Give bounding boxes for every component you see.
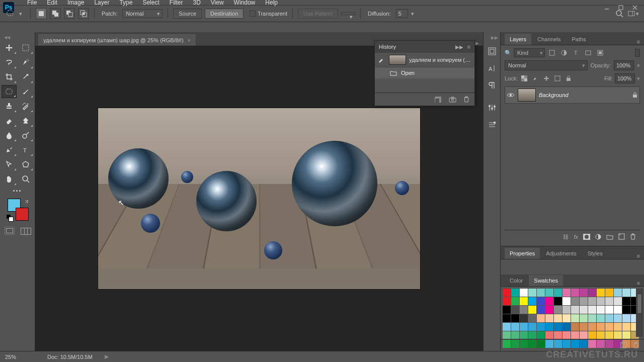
swatch[interactable]	[622, 289, 630, 297]
tab-paths[interactable]: Paths	[567, 34, 591, 45]
swatch[interactable]	[528, 314, 536, 322]
swatch[interactable]	[597, 314, 605, 322]
swatch[interactable]	[562, 331, 571, 339]
snapshot-icon[interactable]	[449, 97, 456, 103]
swatch[interactable]	[605, 323, 613, 331]
filter-smart-icon[interactable]	[595, 48, 605, 57]
swatch[interactable]	[520, 331, 528, 339]
swatch[interactable]	[554, 306, 562, 314]
swatch[interactable]	[503, 289, 511, 297]
swatch[interactable]	[580, 306, 588, 314]
tool-preset-dropdown[interactable]: ▾	[19, 11, 25, 17]
tab-swatches[interactable]: Swatches	[529, 275, 563, 286]
lock-all-icon[interactable]	[564, 74, 573, 82]
swatch[interactable]	[614, 323, 622, 331]
character-panel-icon[interactable]: A	[486, 62, 498, 74]
properties-panel-menu[interactable]: ≡	[633, 253, 644, 259]
toolbar-collapse[interactable]: ◀◀	[0, 35, 35, 39]
layer-filter-select[interactable]: Kind	[514, 48, 545, 57]
swatch[interactable]	[571, 314, 579, 322]
subtract-selection-button[interactable]	[64, 8, 75, 19]
edit-toolbar-button[interactable]: •••	[3, 188, 33, 194]
swatch[interactable]	[580, 323, 588, 331]
swatch[interactable]	[554, 323, 562, 331]
paragraph-panel-icon[interactable]	[486, 79, 498, 92]
blur-tool[interactable]	[2, 129, 17, 142]
screen-mode-button[interactable]	[21, 227, 31, 235]
source-button[interactable]: Source	[173, 9, 202, 19]
swatch[interactable]	[622, 323, 630, 331]
quick-select-tool[interactable]	[18, 56, 33, 69]
menu-file[interactable]: File	[22, 0, 42, 8]
swatch[interactable]	[580, 297, 588, 305]
new-swatch-icon[interactable]	[620, 342, 627, 348]
swatch[interactable]	[554, 297, 562, 305]
swatch[interactable]	[528, 289, 536, 297]
swatch[interactable]	[597, 306, 605, 314]
crop-tool[interactable]	[2, 70, 17, 83]
swatch[interactable]	[554, 289, 562, 297]
history-brush-source-icon[interactable]	[378, 56, 386, 64]
delete-layer-icon[interactable]	[630, 233, 636, 240]
lock-image-icon[interactable]	[531, 74, 540, 82]
swatch[interactable]	[545, 289, 553, 297]
swatch[interactable]	[580, 331, 588, 339]
gradient-tool[interactable]	[18, 114, 33, 127]
zoom-tool[interactable]	[18, 172, 33, 186]
marquee-tool[interactable]	[18, 41, 33, 54]
opacity-dropdown[interactable]: ▾	[637, 62, 640, 69]
swatch[interactable]	[571, 323, 579, 331]
swatch[interactable]	[537, 297, 545, 305]
swatch[interactable]	[571, 306, 579, 314]
expand-strip-icon[interactable]: ▶▶	[491, 35, 498, 40]
background-color[interactable]	[16, 208, 29, 221]
swatch[interactable]	[614, 314, 622, 322]
adjustments-panel-icon[interactable]	[486, 102, 498, 114]
zoom-level[interactable]: 25%	[5, 354, 35, 360]
menu-window[interactable]: Window	[229, 0, 261, 8]
swatch[interactable]	[537, 314, 545, 322]
tab-properties[interactable]: Properties	[505, 248, 540, 259]
create-document-from-state-icon[interactable]	[435, 97, 442, 103]
group-icon[interactable]	[606, 234, 613, 240]
swatch[interactable]	[511, 314, 519, 322]
swatch[interactable]	[554, 331, 562, 339]
swatch[interactable]	[520, 297, 528, 305]
swatch[interactable]	[622, 306, 630, 314]
swatch[interactable]	[571, 297, 579, 305]
swatch[interactable]	[622, 331, 630, 339]
swatch[interactable]	[537, 331, 545, 339]
menu-help[interactable]: Help	[260, 0, 283, 8]
minimize-button[interactable]	[601, 4, 613, 12]
swatch[interactable]	[571, 289, 579, 297]
layer-row[interactable]: Background	[505, 86, 640, 104]
swatch[interactable]	[545, 331, 553, 339]
link-layers-icon[interactable]: ⛓	[563, 234, 569, 240]
diffusion-input[interactable]	[396, 9, 408, 18]
swatch[interactable]	[588, 306, 596, 314]
swatch[interactable]	[511, 331, 519, 339]
swatch[interactable]	[503, 314, 511, 322]
swatch[interactable]	[503, 323, 511, 331]
menu-select[interactable]: Select	[137, 0, 164, 8]
tab-layers[interactable]: Layers	[505, 34, 531, 45]
swatch[interactable]	[545, 323, 553, 331]
color-picker[interactable]: ⤭	[7, 199, 29, 221]
filter-toggle[interactable]	[635, 49, 640, 57]
history-document-row[interactable]: удаляем и копируем (…	[375, 53, 474, 67]
swatch[interactable]	[614, 297, 622, 305]
lock-transparency-icon[interactable]	[520, 74, 529, 82]
hand-tool[interactable]	[2, 172, 17, 186]
libraries-panel-icon[interactable]	[486, 119, 498, 131]
swatch[interactable]	[605, 297, 613, 305]
swatch[interactable]	[554, 314, 562, 322]
swatch[interactable]	[545, 314, 553, 322]
layer-visibility-icon[interactable]	[507, 91, 515, 99]
swatch[interactable]	[511, 297, 519, 305]
swatch[interactable]	[537, 306, 545, 314]
adjustment-layer-icon[interactable]	[595, 234, 601, 240]
brush-tool[interactable]	[18, 85, 33, 98]
menu-type[interactable]: Type	[114, 0, 137, 8]
eraser-tool[interactable]	[2, 114, 17, 127]
swatch[interactable]	[528, 306, 536, 314]
